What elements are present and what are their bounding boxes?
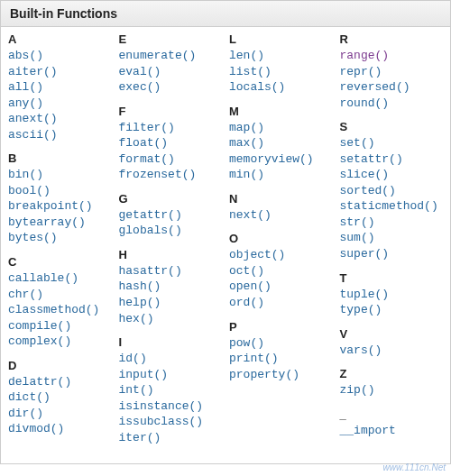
function-link[interactable]: getattr() <box>119 207 226 224</box>
function-link[interactable]: exec() <box>119 79 226 96</box>
function-link[interactable]: hash() <box>119 279 226 295</box>
letter-heading: _ <box>340 407 447 421</box>
letter-group: Ggetattr()globals() <box>119 192 226 239</box>
function-link[interactable]: input() <box>119 367 226 383</box>
function-link[interactable]: all() <box>8 79 115 96</box>
letter-group: Rrange()repr()reversed()round() <box>340 32 447 111</box>
function-link[interactable]: print() <box>229 351 336 367</box>
letter-group: ___import <box>340 407 447 439</box>
letter-heading: D <box>8 359 115 372</box>
function-link[interactable]: staticmethod() <box>340 198 447 215</box>
function-link[interactable]: abs() <box>8 48 115 64</box>
function-link[interactable]: float() <box>119 135 226 151</box>
function-link[interactable]: dict() <box>8 389 115 406</box>
function-link[interactable]: list() <box>229 64 336 80</box>
function-link[interactable]: eval() <box>119 64 226 80</box>
panel-title: Built-in Functions <box>1 1 450 27</box>
column: Llen()list()locals()Mmap()max()memoryvie… <box>229 32 336 454</box>
function-link[interactable]: hasattr() <box>119 263 226 279</box>
letter-heading: R <box>340 32 447 46</box>
letter-heading: T <box>340 271 447 285</box>
function-link[interactable]: memoryview() <box>229 151 336 168</box>
function-link[interactable]: slice() <box>340 167 447 183</box>
function-link[interactable]: locals() <box>229 79 336 96</box>
function-link[interactable]: breakpoint() <box>8 198 115 215</box>
function-link[interactable]: len() <box>229 48 336 64</box>
function-link[interactable]: format() <box>119 151 226 168</box>
column: Eenumerate()eval()exec()Ffilter()float()… <box>119 32 226 454</box>
function-link[interactable]: aiter() <box>8 64 115 80</box>
function-link[interactable]: bytearray() <box>8 215 115 231</box>
function-link[interactable]: filter() <box>119 120 226 136</box>
function-link[interactable]: round() <box>340 96 447 112</box>
function-link[interactable]: compile() <box>8 318 115 334</box>
function-link[interactable]: int() <box>119 382 226 398</box>
function-link[interactable]: complex() <box>8 334 115 350</box>
letter-heading: L <box>229 32 336 46</box>
function-link[interactable]: vars() <box>340 343 447 359</box>
function-link[interactable]: isinstance() <box>119 398 226 415</box>
letter-heading: Z <box>340 367 447 380</box>
function-link[interactable]: hex() <box>119 311 226 327</box>
letter-group: Ddelattr()dict()dir()divmod() <box>8 359 115 437</box>
function-link[interactable]: sorted() <box>340 183 447 199</box>
builtin-functions-panel: Built-in Functions Aabs()aiter()all()any… <box>0 0 451 464</box>
function-link[interactable]: reversed() <box>340 79 447 96</box>
function-link[interactable]: any() <box>8 96 115 112</box>
function-link[interactable]: classmethod() <box>8 302 115 318</box>
function-link[interactable]: object() <box>229 247 336 263</box>
function-link[interactable]: enumerate() <box>119 48 226 64</box>
function-link[interactable]: min() <box>229 167 336 183</box>
function-link[interactable]: oct() <box>229 263 336 279</box>
function-link[interactable]: __import <box>340 423 447 439</box>
function-link[interactable]: repr() <box>340 64 447 80</box>
letter-group: Zzip() <box>340 367 447 398</box>
function-link[interactable]: sum() <box>340 230 447 246</box>
function-link[interactable]: ascii() <box>8 127 115 143</box>
letter-heading: O <box>229 232 336 245</box>
letter-group: Nnext() <box>229 192 336 224</box>
function-link[interactable]: frozenset() <box>119 167 226 183</box>
function-link[interactable]: help() <box>119 295 226 311</box>
function-link[interactable]: str() <box>340 215 447 231</box>
function-link[interactable]: bytes() <box>8 230 115 246</box>
function-link[interactable]: max() <box>229 135 336 151</box>
function-link[interactable]: callable() <box>8 270 115 287</box>
function-link[interactable]: open() <box>229 279 336 295</box>
function-link[interactable]: bool() <box>8 183 115 199</box>
letter-heading: E <box>119 32 226 46</box>
function-link[interactable]: bin() <box>8 167 115 183</box>
letter-heading: I <box>119 335 226 349</box>
function-link[interactable]: globals() <box>119 223 226 239</box>
letter-group: Hhasattr()hash()help()hex() <box>119 248 226 326</box>
function-link[interactable]: issubclass() <box>119 414 226 430</box>
letter-group: Ccallable()chr()classmethod()compile()co… <box>8 255 115 350</box>
letter-group: Iid()input()int()isinstance()issubclass(… <box>119 335 226 445</box>
function-link[interactable]: ord() <box>229 295 336 311</box>
column: Rrange()repr()reversed()round()Sset()set… <box>340 32 447 454</box>
function-link[interactable]: delattr() <box>8 374 115 390</box>
function-link[interactable]: pow() <box>229 335 336 352</box>
function-link[interactable]: super() <box>340 246 447 262</box>
function-link[interactable]: type() <box>340 302 447 318</box>
letter-group: Eenumerate()eval()exec() <box>119 32 226 96</box>
function-link[interactable]: next() <box>229 207 336 224</box>
letter-heading: H <box>119 248 226 261</box>
function-link[interactable]: dir() <box>8 406 115 422</box>
letter-heading: C <box>8 255 115 269</box>
function-link[interactable]: divmod() <box>8 421 115 437</box>
function-link[interactable]: id() <box>119 351 226 367</box>
function-link[interactable]: property() <box>229 367 336 383</box>
function-link[interactable]: anext() <box>8 111 115 127</box>
columns-container: Aabs()aiter()all()any()anext()ascii()Bbi… <box>1 27 450 463</box>
function-link[interactable]: chr() <box>8 287 115 303</box>
function-link[interactable]: zip() <box>340 382 447 398</box>
function-link[interactable]: range() <box>340 48 447 64</box>
function-link[interactable]: tuple() <box>340 287 447 303</box>
function-link[interactable]: set() <box>340 135 447 151</box>
function-link[interactable]: setattr() <box>340 151 447 168</box>
letter-heading: N <box>229 192 336 206</box>
letter-group: Vvars() <box>340 327 447 359</box>
function-link[interactable]: map() <box>229 120 336 136</box>
function-link[interactable]: iter() <box>119 430 226 446</box>
